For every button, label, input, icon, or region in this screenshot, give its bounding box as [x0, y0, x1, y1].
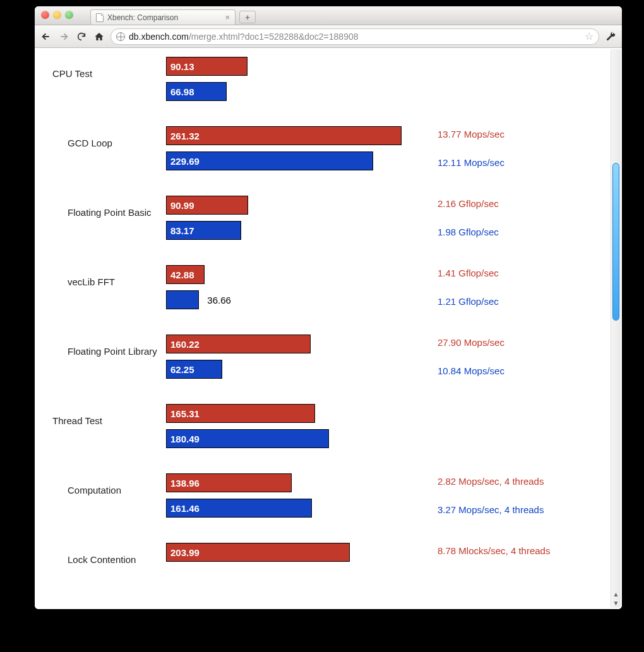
- metric-column: 8.78 Mlocks/sec, 4 threads: [438, 543, 604, 565]
- bar-series-a: 90.13: [166, 57, 247, 76]
- metric-column: [438, 57, 604, 101]
- home-button[interactable]: [93, 30, 105, 43]
- bar-pair: 138.96161.46: [166, 473, 431, 518]
- back-button[interactable]: [40, 30, 52, 43]
- titlebar: Xbench: Comparison × +: [35, 6, 622, 25]
- metric-series-a: 2.82 Mops/sec, 4 threads: [438, 476, 604, 487]
- settings-wrench-button[interactable]: [604, 30, 617, 43]
- benchmark-row: Lock Contention203.998.78 Mlocks/sec, 4 …: [52, 543, 604, 565]
- bar-series-a: 160.22: [166, 335, 311, 353]
- bar-pair: 90.1366.98: [166, 57, 431, 101]
- browser-tab[interactable]: Xbench: Comparison ×: [90, 9, 236, 25]
- metric-series-a: 8.78 Mlocks/sec, 4 threads: [438, 545, 604, 556]
- bar-value: 161.46: [167, 503, 200, 514]
- bar-value: 66.98: [167, 86, 194, 97]
- bar-value: 203.99: [167, 547, 200, 558]
- metric-series-b: 1.21 Gflop/sec: [438, 296, 604, 307]
- metric-column: 2.16 Gflop/sec1.98 Gflop/sec: [438, 196, 604, 240]
- toolbar: db.xbench.com/merge.xhtml?doc1=528288&do…: [35, 25, 622, 48]
- bar-value: 36.66: [203, 295, 231, 305]
- url-text: db.xbench.com/merge.xhtml?doc1=528288&do…: [129, 32, 359, 42]
- bar-series-b: 83.17: [166, 221, 241, 240]
- benchmark-label: Thread Test: [52, 404, 160, 448]
- metric-series-a: 2.16 Gflop/sec: [438, 198, 604, 209]
- new-tab-button[interactable]: +: [239, 11, 256, 23]
- benchmark-label: Floating Point Basic: [52, 196, 160, 240]
- vertical-scrollbar[interactable]: ▲ ▼: [611, 49, 621, 608]
- browser-window: Xbench: Comparison × + db.xbench.com/mer…: [35, 6, 622, 609]
- metric-column: 2.82 Mops/sec, 4 threads3.27 Mops/sec, 4…: [438, 473, 604, 518]
- metric-column: [438, 404, 604, 448]
- benchmark-label: Lock Contention: [52, 543, 160, 565]
- bar-value: 160.22: [167, 339, 200, 350]
- bar-series-a: 90.99: [166, 196, 248, 215]
- metric-series-a: 13.77 Mops/sec: [438, 129, 604, 139]
- bar-value: 90.99: [167, 200, 194, 211]
- bar-pair: 90.9983.17: [166, 196, 431, 240]
- bar-series-a: 261.32: [166, 126, 402, 145]
- bar-pair: 42.8836.66: [166, 265, 431, 309]
- benchmark-label: GCD Loop: [52, 126, 160, 170]
- bar-series-b: 36.66: [166, 290, 199, 309]
- minimize-window-button[interactable]: [53, 11, 61, 19]
- close-window-button[interactable]: [41, 11, 49, 19]
- scrollbar-thumb[interactable]: [612, 163, 619, 321]
- zoom-window-button[interactable]: [65, 11, 73, 19]
- bar-value: 90.13: [167, 61, 194, 72]
- benchmark-row: vecLib FFT42.8836.661.41 Gflop/sec1.21 G…: [52, 265, 604, 309]
- metric-series-b: 3.27 Mops/sec, 4 threads: [438, 504, 604, 515]
- bar-value: 62.25: [167, 364, 194, 375]
- bar-series-b: 180.49: [166, 429, 329, 448]
- bar-pair: 160.2262.25: [166, 335, 431, 379]
- tab-title: Xbench: Comparison: [107, 13, 178, 22]
- scroll-up-arrow[interactable]: ▲: [613, 590, 619, 598]
- metric-series-a: 1.41 Gflop/sec: [438, 268, 604, 278]
- bar-series-a: 203.99: [166, 543, 350, 562]
- bar-pair: 261.32229.69: [166, 126, 431, 170]
- forward-button[interactable]: [57, 30, 70, 43]
- bar-value: 42.88: [167, 270, 194, 280]
- bar-series-a: 165.31: [166, 404, 315, 423]
- bar-value: 229.69: [167, 156, 200, 167]
- metric-column: 13.77 Mops/sec12.11 Mops/sec: [438, 126, 604, 170]
- bar-value: 261.32: [167, 131, 200, 141]
- reload-button[interactable]: [75, 30, 88, 43]
- benchmark-chart: CPU Test90.1366.98GCD Loop261.32229.6913…: [35, 48, 622, 609]
- bar-value: 180.49: [167, 434, 200, 444]
- metric-series-b: 12.11 Mops/sec: [438, 157, 604, 168]
- window-controls: [41, 11, 73, 19]
- bar-series-b: 62.25: [166, 360, 222, 379]
- benchmark-label: vecLib FFT: [52, 265, 160, 309]
- viewport: CPU Test90.1366.98GCD Loop261.32229.6913…: [35, 48, 622, 609]
- benchmark-row: CPU Test90.1366.98: [52, 57, 604, 101]
- benchmark-row: Thread Test165.31180.49: [52, 404, 604, 448]
- bar-series-b: 161.46: [166, 499, 312, 518]
- bar-series-b: 229.69: [166, 151, 373, 170]
- metric-column: 1.41 Gflop/sec1.21 Gflop/sec: [438, 265, 604, 309]
- page-icon: [96, 13, 104, 22]
- bar-value: 165.31: [167, 408, 200, 419]
- globe-icon: [116, 32, 125, 41]
- bar-series-a: 42.88: [166, 265, 205, 284]
- bar-pair: 203.99: [166, 543, 431, 565]
- tab-strip: Xbench: Comparison × +: [90, 6, 256, 25]
- benchmark-row: Floating Point Basic90.9983.172.16 Gflop…: [52, 196, 604, 240]
- bar-value: 138.96: [167, 478, 200, 489]
- bar-series-a: 138.96: [166, 473, 292, 492]
- address-bar[interactable]: db.xbench.com/merge.xhtml?doc1=528288&do…: [110, 28, 599, 45]
- metric-series-b: 1.98 Gflop/sec: [438, 227, 604, 237]
- bar-value: 83.17: [167, 225, 194, 236]
- benchmark-row: Computation138.96161.462.82 Mops/sec, 4 …: [52, 473, 604, 518]
- scroll-down-arrow[interactable]: ▼: [613, 599, 619, 607]
- benchmark-row: GCD Loop261.32229.6913.77 Mops/sec12.11 …: [52, 126, 604, 170]
- benchmark-label: CPU Test: [52, 57, 160, 101]
- benchmark-row: Floating Point Library160.2262.2527.90 M…: [52, 335, 604, 379]
- benchmark-label: Computation: [52, 473, 160, 518]
- benchmark-label: Floating Point Library: [52, 335, 160, 379]
- metric-series-b: 10.84 Mops/sec: [438, 365, 604, 376]
- metric-column: 27.90 Mops/sec10.84 Mops/sec: [438, 335, 604, 379]
- bookmark-star-icon[interactable]: ☆: [585, 30, 593, 42]
- bar-series-b: 66.98: [166, 82, 227, 101]
- close-tab-button[interactable]: ×: [225, 13, 230, 21]
- metric-series-a: 27.90 Mops/sec: [438, 337, 604, 348]
